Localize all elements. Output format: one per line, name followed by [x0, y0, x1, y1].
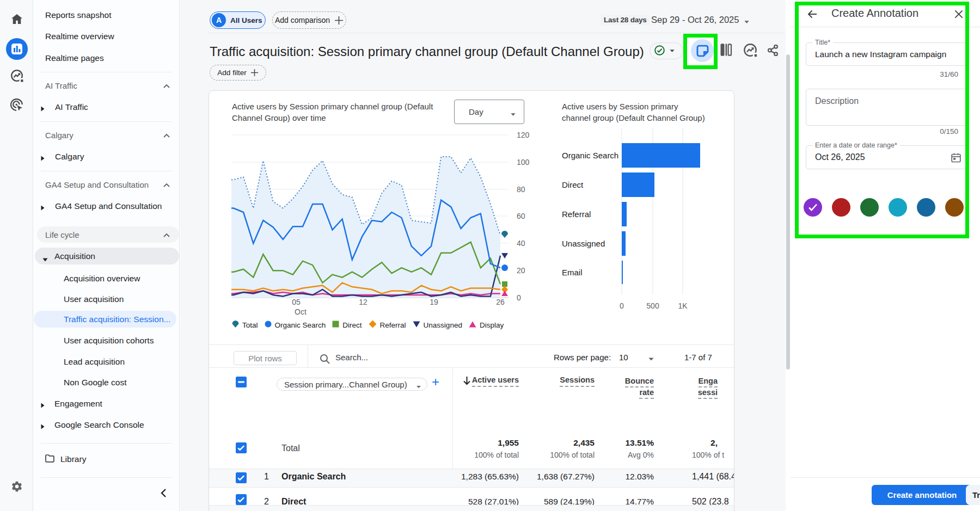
- svg-text:05: 05: [292, 298, 301, 306]
- svg-text:Organic Search: Organic Search: [562, 151, 618, 160]
- svg-text:26: 26: [496, 298, 505, 306]
- svg-text:500: 500: [646, 301, 659, 310]
- svg-text:120: 120: [517, 131, 530, 139]
- svg-text:Unassigned: Unassigned: [562, 239, 605, 248]
- svg-text:100: 100: [517, 158, 530, 167]
- svg-text:0: 0: [620, 301, 624, 310]
- svg-text:80: 80: [517, 185, 525, 194]
- svg-text:Referral: Referral: [562, 210, 591, 219]
- svg-text:60: 60: [517, 212, 525, 220]
- svg-text:20: 20: [517, 266, 525, 275]
- svg-text:Email: Email: [562, 268, 583, 277]
- svg-text:Direct: Direct: [562, 180, 584, 189]
- svg-text:40: 40: [517, 239, 525, 248]
- svg-text:19: 19: [430, 298, 438, 306]
- svg-text:Oct: Oct: [295, 307, 307, 316]
- svg-text:0: 0: [517, 293, 521, 302]
- svg-text:1K: 1K: [678, 301, 688, 310]
- svg-text:12: 12: [359, 298, 367, 306]
